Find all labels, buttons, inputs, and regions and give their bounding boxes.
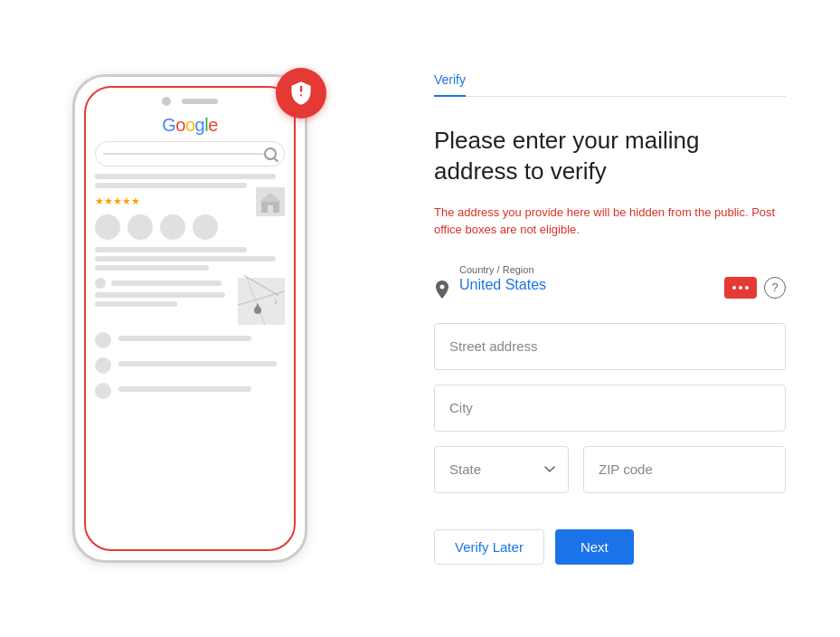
stars-row: ★★★★★	[95, 195, 285, 207]
state-zip-row: State	[434, 446, 786, 493]
list-item-hours	[95, 332, 285, 348]
stars: ★★★★★	[95, 195, 140, 207]
map-thumbnail	[238, 278, 285, 325]
phone-inner: Google ★★★★★	[84, 86, 296, 551]
bookmark-icon	[160, 214, 185, 240]
location-icon	[434, 280, 450, 305]
page-container: Google ★★★★★	[0, 0, 840, 637]
dots-button[interactable]	[724, 277, 757, 299]
clock-icon	[95, 332, 111, 348]
globe-icon	[193, 214, 218, 240]
phone-camera	[162, 97, 171, 106]
phone-search-bar	[95, 141, 285, 166]
list-item-web	[95, 383, 285, 399]
tab-verify[interactable]: Verify	[434, 72, 466, 96]
icon-row	[95, 214, 285, 240]
next-button[interactable]: Next	[555, 529, 634, 565]
phone-side: Google ★★★★★	[0, 0, 380, 637]
state-select[interactable]: State	[434, 446, 569, 493]
nav-icon	[127, 214, 153, 240]
country-field: Country / Region United States	[459, 264, 715, 293]
phone-icon	[95, 214, 120, 240]
country-row: Country / Region United States ?	[434, 264, 786, 305]
map-section: ›	[95, 278, 285, 325]
form-title: Please enter your mailing address to ver…	[434, 126, 786, 187]
store-icon	[256, 187, 285, 216]
button-row: Verify Later Next	[434, 529, 786, 565]
phone-mockup: Google ★★★★★	[72, 74, 307, 563]
phone-top-bar	[86, 88, 294, 111]
shield-icon	[288, 81, 314, 106]
search-icon	[264, 147, 277, 160]
zip-input[interactable]	[583, 446, 786, 493]
list-item-phone	[95, 357, 285, 374]
phone-content: ★★★★★	[86, 174, 294, 399]
shield-badge	[276, 68, 326, 119]
tab-bar: Verify	[434, 72, 786, 97]
arrow-icon: ›	[274, 295, 278, 308]
help-button[interactable]: ?	[764, 277, 786, 299]
form-side: Verify Please enter your mailing address…	[380, 36, 840, 601]
info-text: The address you provide here will be hid…	[434, 204, 786, 239]
country-label: Country / Region	[459, 264, 715, 275]
phone-speaker	[182, 99, 218, 104]
google-logo-area: Google	[86, 111, 294, 141]
svg-rect-3	[268, 205, 273, 213]
google-logo: Google	[162, 115, 218, 135]
city-input[interactable]	[434, 385, 786, 432]
web-icon	[95, 383, 111, 399]
country-actions: ?	[724, 277, 786, 299]
call-icon	[95, 357, 111, 374]
street-address-input[interactable]	[434, 323, 786, 370]
verify-later-button[interactable]: Verify Later	[434, 529, 544, 565]
country-value: United States	[459, 277, 715, 293]
